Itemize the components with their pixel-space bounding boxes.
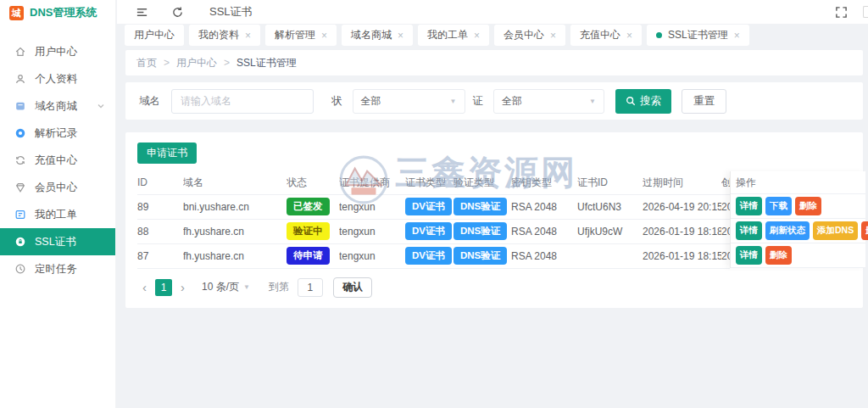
sidebar-item-label: 用户中心 — [35, 45, 77, 59]
fullscreen-icon[interactable] — [835, 6, 848, 19]
cell-status: 验证中 — [287, 219, 339, 243]
column-header: ID — [137, 171, 183, 194]
sidebar-item-label: 解析记录 — [35, 126, 77, 141]
sidebar-item-label: 充值中心 — [35, 154, 77, 168]
sidebar-item-ssl[interactable]: SSL证书 — [0, 228, 115, 255]
main-area: SSL证书 用户中心我的资料×解析管理×域名商城×我的工单×会员中心×充值中心×… — [117, 0, 868, 408]
collapse-menu-icon[interactable] — [136, 6, 148, 19]
sidebar-item-label: 会员中心 — [35, 181, 77, 195]
sidebar-item-home[interactable]: 用户中心 — [0, 38, 115, 65]
tab-label: 我的资料 — [198, 28, 239, 42]
sidebar-item-user[interactable]: 个人资料 — [0, 65, 115, 92]
actions-row: 详情刷新状态添加DNS删除 — [731, 219, 865, 243]
action-button[interactable]: 刷新状态 — [765, 221, 810, 240]
pagination: ‹ 1 › 10 条/页 ▼ 到第 确认 — [137, 277, 863, 298]
domain-input[interactable] — [171, 89, 314, 114]
sidebar-item-vip[interactable]: 会员中心 — [0, 174, 115, 201]
cell-provider: tengxun — [339, 194, 405, 219]
action-button[interactable]: 删除 — [765, 246, 792, 265]
column-header: 验证类型 — [453, 171, 511, 194]
cert-type-select-value: 全部 — [502, 94, 522, 109]
cell-cert-type: DV证书 — [405, 194, 453, 219]
cell-expire-time: 2026-01-19 18:15:36 — [643, 243, 721, 268]
action-button[interactable]: 详情 — [736, 221, 762, 240]
sidebar-item-label: 个人资料 — [35, 72, 77, 87]
sidebar-item-shop[interactable]: 域名商城 — [0, 92, 115, 120]
breadcrumb-item[interactable]: 首页 — [136, 56, 157, 70]
sidebar-item-resolve[interactable]: 解析记录 — [0, 120, 115, 147]
cell-provider: tengxun — [339, 243, 405, 268]
action-button[interactable]: 详情 — [736, 246, 762, 265]
search-icon — [626, 96, 636, 106]
close-icon[interactable]: × — [626, 31, 632, 41]
tab[interactable]: 用户中心 — [125, 25, 184, 46]
close-icon[interactable]: × — [474, 31, 480, 41]
sidebar-item-clock[interactable]: 定时任务 — [0, 255, 115, 282]
chevron-down-icon: ▼ — [450, 98, 457, 105]
reset-button[interactable]: 重置 — [682, 89, 726, 114]
status-label: 状 — [331, 94, 342, 109]
confirm-page-button[interactable]: 确认 — [333, 277, 372, 298]
status-select[interactable]: 全部 ▼ — [353, 89, 465, 114]
cell-key-type: RSA 2048 — [511, 194, 577, 219]
cell-status: 已签发 — [287, 194, 339, 219]
cell-key-type: RSA 2048 — [511, 243, 577, 268]
cert-type-select[interactable]: 全部 ▼ — [493, 89, 604, 114]
action-button[interactable]: 删除 — [861, 221, 868, 240]
close-icon[interactable]: × — [321, 31, 327, 41]
cell-id: 87 — [137, 243, 183, 268]
page-size-select[interactable]: 10 条/页 ▼ — [202, 280, 250, 294]
next-page-button[interactable]: › — [175, 280, 190, 294]
cell-domain: fh.yushare.cn — [183, 243, 287, 268]
apply-certificate-button[interactable]: 申请证书 — [137, 143, 197, 164]
column-header: 证书ID — [577, 171, 643, 194]
tab[interactable]: 我的工单× — [418, 25, 489, 46]
breadcrumb-item[interactable]: 用户中心 — [176, 56, 217, 70]
close-icon[interactable]: × — [398, 31, 403, 41]
status-badge: 待申请 — [287, 247, 330, 265]
breadcrumb-separator: > — [224, 57, 230, 69]
action-button[interactable]: 添加DNS — [813, 221, 858, 240]
action-button[interactable]: 删除 — [795, 197, 821, 215]
cell-verify-type: DNS验证 — [453, 243, 511, 268]
cell-verify-type: DNS验证 — [453, 194, 511, 219]
close-icon[interactable]: × — [245, 31, 251, 41]
app-logo[interactable]: 城 DNS管理系统 — [0, 0, 115, 25]
tab[interactable]: 我的资料× — [189, 25, 260, 46]
tab[interactable]: 会员中心× — [494, 25, 565, 46]
chevron-down-icon: ▼ — [589, 98, 596, 105]
tab[interactable]: 解析管理× — [265, 25, 337, 46]
close-icon[interactable]: × — [734, 31, 740, 41]
action-button[interactable]: 下载 — [765, 197, 792, 215]
tab-label: 会员中心 — [504, 28, 544, 42]
sidebar-item-label: SSL证书 — [35, 235, 76, 249]
action-button[interactable]: 详情 — [736, 197, 762, 215]
tab[interactable]: 充值中心× — [570, 25, 642, 46]
search-button[interactable]: 搜索 — [615, 89, 671, 114]
active-tab-dot-icon — [656, 32, 662, 38]
cell-provider: tengxun — [339, 219, 405, 243]
certificate-table-card: 申请证书 ID域名状态证书提供商证书类型验证类型密钥类型证书ID过期时间创 89… — [125, 132, 863, 308]
cert-type-badge: DV证书 — [405, 198, 452, 215]
tab-active[interactable]: SSL证书管理× — [647, 25, 749, 46]
status-badge: 验证中 — [287, 222, 330, 240]
column-header: 证书类型 — [405, 171, 453, 194]
sidebar-item-label: 定时任务 — [35, 262, 77, 277]
sidebar-item-recharge[interactable]: 充值中心 — [0, 147, 115, 174]
goto-page-input[interactable] — [298, 278, 323, 297]
sidebar: 城 DNS管理系统 用户中心个人资料域名商城解析记录充值中心会员中心我的工单SS… — [0, 0, 116, 408]
user-icon — [14, 73, 26, 85]
cell-create-time: 20 — [721, 219, 730, 243]
table-scroll-area[interactable]: ID域名状态证书提供商证书类型验证类型密钥类型证书ID过期时间创 89bni.y… — [137, 171, 730, 269]
refresh-icon[interactable] — [171, 6, 184, 19]
tab[interactable]: 域名商城× — [342, 25, 413, 46]
sidebar-item-ticket[interactable]: 我的工单 — [0, 201, 115, 228]
prev-page-button[interactable]: ‹ — [137, 280, 152, 294]
cell-domain: bni.yushare.cn — [183, 194, 287, 219]
page-number-current[interactable]: 1 — [155, 279, 172, 296]
cell-cert-type: DV证书 — [405, 243, 453, 268]
close-icon[interactable]: × — [550, 31, 556, 41]
cell-verify-type: DNS验证 — [453, 219, 511, 243]
tab-label: 域名商城 — [351, 28, 392, 42]
sidebar-item-label: 域名商城 — [35, 99, 77, 114]
